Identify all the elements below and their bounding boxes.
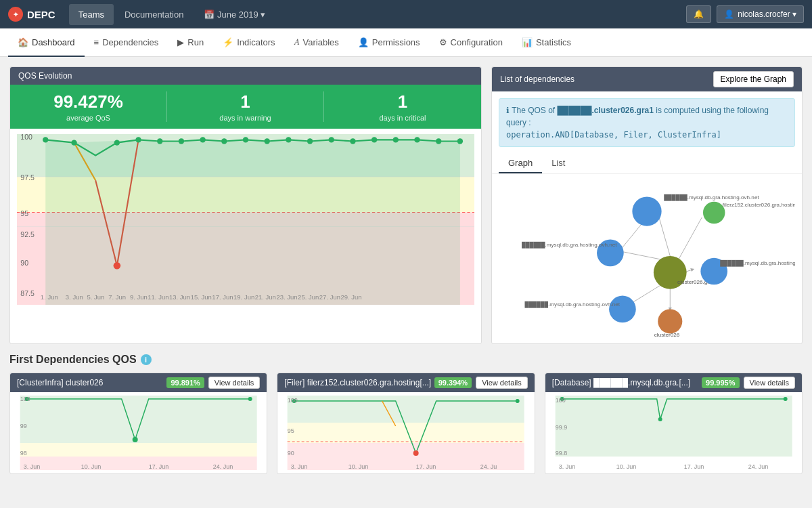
nav-right: 🔔 👤 nicolas.crocfer ▾ [686,5,804,23]
svg-text:29. Jun: 29. Jun [340,293,361,301]
user-icon: 👤 [724,9,734,19]
svg-point-16 [135,137,141,142]
mini-card-clusterinfra: [ClusterInfra] cluster026 99.891% View d… [9,373,267,474]
svg-text:1. Jun: 1. Jun [41,293,58,301]
svg-text:17. Jun: 17. Jun [149,463,169,470]
svg-text:95: 95 [20,209,28,217]
svg-point-21 [243,137,248,142]
nav-teams[interactable]: Teams [69,4,114,25]
svg-line-51 [677,217,702,261]
dep-tab-list[interactable]: List [542,154,574,173]
svg-text:24. Jun: 24. Jun [213,463,233,470]
tab-configuration[interactable]: ⚙ Configuration [430,29,512,57]
svg-text:99: 99 [20,423,27,429]
tab-indicators[interactable]: ⚡ Indicators [213,29,284,57]
tab-variables[interactable]: 𝐴 Variables [285,28,348,57]
home-icon: 🏠 [18,37,28,47]
qos-card: QOS Evolution 99.427% average QoS 1 days… [9,66,482,344]
graph-area: ██████.mysql.db.gra.hosting.ovh.net file… [492,174,802,343]
svg-text:100: 100 [20,134,32,141]
tab-dashboard[interactable]: 🏠 Dashboard [8,29,85,57]
svg-point-19 [200,137,205,142]
database-view-details-btn[interactable]: View details [744,377,796,389]
svg-text:9. Jun: 9. Jun [130,293,148,301]
nav-date[interactable]: 📅 June 2019 ▾ [194,4,275,25]
svg-point-25 [329,137,334,142]
mini-card-database-type: [Database] ██████.mysql.db.gra.[...] [552,378,690,387]
svg-text:10. Jun: 10. Jun [81,463,102,470]
configuration-icon: ⚙ [439,37,447,47]
svg-point-15 [114,140,120,145]
mini-card-clusterinfra-header: [ClusterInfra] cluster026 99.891% View d… [10,373,267,392]
tab-statistics[interactable]: 📊 Statistics [512,29,581,57]
qos-chart-area: 100 97.5 95 92.5 90 87.5 [10,129,481,318]
dep-tabs: Graph List [492,154,802,174]
svg-text:11. Jun: 11. Jun [148,293,168,301]
tab-run[interactable]: ▶ Run [168,29,213,57]
notification-button[interactable]: 🔔 [686,5,711,23]
explore-graph-button[interactable]: Explore the Graph [713,71,794,87]
svg-rect-96 [555,396,792,457]
svg-point-29 [414,137,420,142]
brand-name: DEPC [27,9,55,20]
dep-query: operation.AND[Database, Filer, ClusterIn… [506,130,721,140]
filer-view-details-btn[interactable]: View details [476,377,528,389]
svg-text:17. Jun: 17. Jun [212,293,233,301]
svg-point-65 [609,296,636,323]
svg-text:3. Jun: 3. Jun [66,293,83,301]
svg-text:19. Jun: 19. Jun [233,293,254,301]
svg-text:90: 90 [20,259,28,267]
svg-text:99.8: 99.8 [555,450,567,457]
svg-text:21. Jun: 21. Jun [255,293,276,301]
qos-card-header: QOS Evolution [10,67,481,85]
svg-text:95: 95 [288,427,294,434]
svg-text:██████.mysql.db.gra.hosting.ov: ██████.mysql.db.gra.hosting.ovh.net [720,259,795,267]
tab-dependencies[interactable]: ≡ Dependencies [85,29,168,57]
nav-documentation[interactable]: Documentation [115,4,193,25]
svg-text:100: 100 [288,397,298,404]
clusterinfra-chart-svg: 3. Jun 10. Jun 17. Jun 24. Jun 100 99 98 [14,396,263,470]
statistics-icon: 📊 [522,37,533,47]
svg-point-20 [221,138,227,144]
clusterinfra-chart: 3. Jun 10. Jun 17. Jun 24. Jun 100 99 98 [10,392,267,473]
svg-text:7. Jun: 7. Jun [108,293,126,301]
logo-icon: ✦ [8,7,23,22]
svg-point-72 [133,437,138,442]
svg-point-26 [350,138,355,144]
navbar: ✦ DEPC Teams Documentation 📅 June 2019 ▾… [0,0,812,28]
section-info-icon: i [141,354,152,365]
clusterinfra-view-details-btn[interactable]: View details [208,377,261,389]
mini-card-filer-type: [Filer] filerz152.cluster026.gra.hosting… [284,378,431,387]
section-title: First Dependencies QOS i [9,354,803,366]
svg-point-24 [307,138,313,144]
svg-text:23. Jun: 23. Jun [276,293,297,301]
qos-critical: 1 days in critical [324,91,481,122]
svg-text:100: 100 [555,397,565,404]
svg-rect-69 [20,396,257,443]
database-qos-badge: 99.995% [702,377,739,388]
svg-text:5. Jun: 5. Jun [87,293,105,301]
svg-line-50 [619,251,665,261]
mini-card-filer-header: [Filer] filerz152.cluster026.gra.hosting… [277,373,534,392]
tab-permissions[interactable]: 👤 Permissions [348,29,430,57]
svg-point-31 [457,138,463,144]
qos-avg-value: 99.427% [10,91,166,112]
svg-text:17. Jun: 17. Jun [416,463,436,470]
svg-point-67 [658,309,682,333]
svg-text:cluster026: cluster026 [654,332,680,337]
svg-point-32 [114,262,121,270]
svg-point-99 [783,397,787,401]
dep-tab-graph[interactable]: Graph [499,154,542,173]
clusterinfra-qos-badge: 99.891% [166,377,204,388]
top-row: QOS Evolution 99.427% average QoS 1 days… [9,66,803,344]
nav-links: Teams Documentation 📅 June 2019 ▾ [69,4,687,25]
user-menu-button[interactable]: 👤 nicolas.crocfer ▾ [717,5,804,23]
svg-text:filerz152.cluster026.gra.hosti: filerz152.cluster026.gra.hosting.ovh.net [723,202,795,208]
svg-point-88 [516,399,520,403]
brand: ✦ DEPC [8,7,55,22]
svg-marker-12 [45,140,460,305]
svg-text:99.9: 99.9 [555,424,567,431]
filer-chart-svg: 3. Jun 10. Jun 17. Jun 24. Ju 100 95 90 [281,396,531,470]
svg-point-18 [179,138,184,144]
svg-point-74 [248,397,252,401]
